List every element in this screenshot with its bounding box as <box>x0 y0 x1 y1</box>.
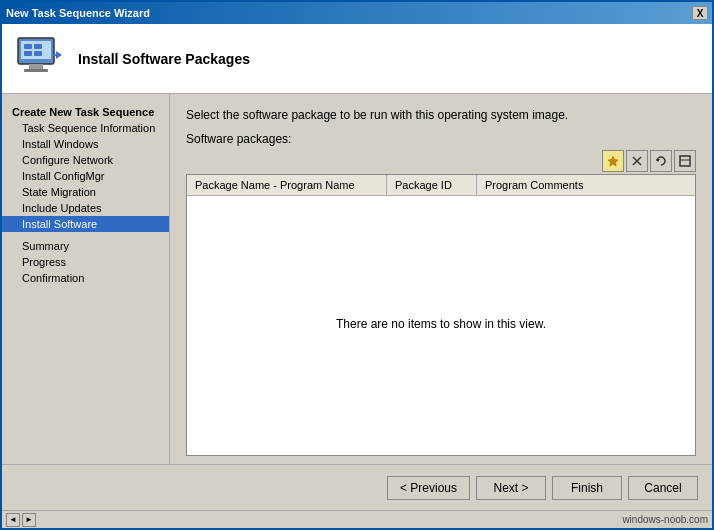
footer: < Previous Next > Finish Cancel <box>2 464 712 510</box>
svg-rect-2 <box>29 64 43 69</box>
sidebar-item-install-configmgr[interactable]: Install ConfigMgr <box>2 168 169 184</box>
svg-rect-1 <box>21 41 51 59</box>
content-area: Select the software package to be run wi… <box>170 94 712 464</box>
svg-rect-6 <box>24 51 32 56</box>
software-packages-table: Package Name - Program Name Package ID P… <box>186 174 696 456</box>
svg-rect-5 <box>34 44 42 49</box>
sidebar-item-task-sequence-info[interactable]: Task Sequence Information <box>2 120 169 136</box>
bottom-bar: ◄ ► windows-noob.com <box>2 510 712 528</box>
svg-marker-10 <box>608 156 618 166</box>
bottom-bar-controls: ◄ ► <box>6 513 36 527</box>
sidebar-item-include-updates[interactable]: Include Updates <box>2 200 169 216</box>
title-bar: New Task Sequence Wizard X <box>2 2 712 24</box>
sidebar: Create New Task Sequence Task Sequence I… <box>2 94 170 464</box>
watermark-text: windows-noob.com <box>622 514 708 525</box>
star-toolbar-button[interactable] <box>602 150 624 172</box>
header-title: Install Software Packages <box>78 51 250 67</box>
header-icon <box>16 35 64 83</box>
sidebar-section-title: Create New Task Sequence <box>2 102 169 120</box>
svg-rect-7 <box>34 51 42 56</box>
main-area: Create New Task Sequence Task Sequence I… <box>2 94 712 464</box>
expand-toolbar-button[interactable] <box>674 150 696 172</box>
sidebar-item-configure-network[interactable]: Configure Network <box>2 152 169 168</box>
col-package-id: Package ID <box>387 175 477 195</box>
window-title: New Task Sequence Wizard <box>6 7 150 19</box>
svg-marker-8 <box>56 51 62 59</box>
sidebar-item-state-migration[interactable]: State Migration <box>2 184 169 200</box>
col-program-comments: Program Comments <box>477 175 695 195</box>
header-panel: Install Software Packages <box>2 24 712 94</box>
refresh-toolbar-button[interactable] <box>650 150 672 172</box>
table-empty-message: There are no items to show in this view. <box>187 196 695 452</box>
scroll-right-button[interactable]: ► <box>22 513 36 527</box>
sidebar-item-confirmation[interactable]: Confirmation <box>2 270 169 286</box>
svg-rect-9 <box>52 54 56 56</box>
sidebar-item-progress[interactable]: Progress <box>2 254 169 270</box>
toolbar-row <box>186 150 696 172</box>
wizard-window: New Task Sequence Wizard X <box>0 0 714 530</box>
next-button[interactable]: Next > <box>476 476 546 500</box>
content-description: Select the software package to be run wi… <box>186 108 696 122</box>
finish-button[interactable]: Finish <box>552 476 622 500</box>
software-packages-label: Software packages: <box>186 132 696 146</box>
cancel-button[interactable]: Cancel <box>628 476 698 500</box>
svg-rect-14 <box>680 156 690 166</box>
svg-rect-3 <box>24 69 48 72</box>
sidebar-item-install-software[interactable]: Install Software <box>2 216 169 232</box>
remove-toolbar-button[interactable] <box>626 150 648 172</box>
close-button[interactable]: X <box>692 6 708 20</box>
sidebar-item-summary[interactable]: Summary <box>2 238 169 254</box>
col-package-name: Package Name - Program Name <box>187 175 387 195</box>
previous-button[interactable]: < Previous <box>387 476 470 500</box>
svg-rect-4 <box>24 44 32 49</box>
scroll-left-button[interactable]: ◄ <box>6 513 20 527</box>
sidebar-item-install-windows[interactable]: Install Windows <box>2 136 169 152</box>
table-header: Package Name - Program Name Package ID P… <box>187 175 695 196</box>
